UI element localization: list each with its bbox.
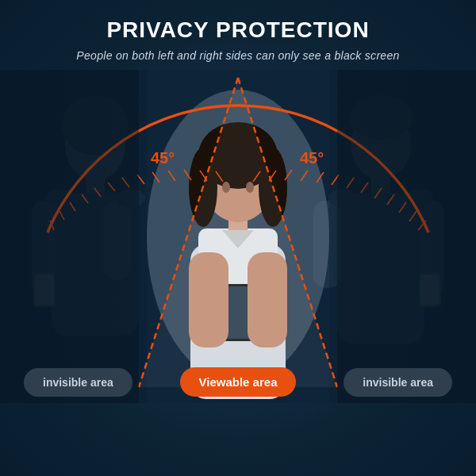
page-title: PRIVACY PROTECTION: [106, 17, 369, 43]
badge-invisible-right: invisible area: [344, 368, 452, 397]
badges-row: invisible area Viewable area invisible a…: [0, 367, 476, 397]
svg-text:45°: 45°: [151, 149, 175, 167]
visual-area: 45° 45° invisible area Viewable area inv…: [0, 70, 476, 411]
badge-viewable-center: Viewable area: [180, 367, 297, 397]
svg-text:45°: 45°: [300, 149, 324, 167]
main-container: PRIVACY PROTECTION People on both left a…: [0, 0, 476, 476]
badge-invisible-left: invisible area: [24, 368, 132, 397]
svg-rect-72: [337, 70, 476, 403]
svg-rect-71: [0, 70, 139, 403]
scene-svg: 45° 45°: [0, 70, 476, 403]
subtitle-text: People on both left and right sides can …: [76, 49, 399, 62]
